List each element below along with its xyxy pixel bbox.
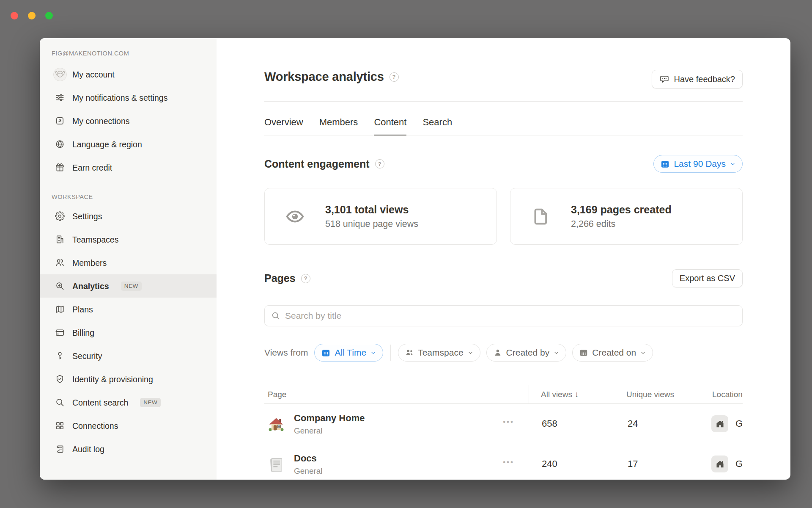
settings-window: FIG@MAKENOTION.COM My account My n [40, 38, 790, 480]
magnifier-plus-icon [55, 281, 65, 291]
grid-icon [55, 421, 65, 431]
sidebar-item-my-account[interactable]: My account [40, 63, 217, 86]
date-range-label: Last 90 Days [674, 159, 726, 169]
row-menu-button[interactable]: ••• [503, 460, 514, 464]
home-icon [715, 419, 725, 429]
key-icon [55, 351, 65, 361]
table-row[interactable]: Docs General ••• 240 17 [264, 444, 743, 480]
date-range-filter[interactable]: Last 90 Days [653, 155, 743, 173]
sidebar-item-label: Audit log [72, 444, 104, 455]
views-from-filter[interactable]: All Time [314, 344, 383, 362]
sidebar-item-teamspaces[interactable]: Teamspaces [40, 228, 217, 251]
sidebar-item-label: Earn credit [72, 162, 112, 173]
sidebar-item-content-search[interactable]: Content search NEW [40, 391, 217, 414]
tab-content[interactable]: Content [374, 117, 406, 135]
sort-desc-icon: ↓ [575, 390, 579, 399]
help-icon[interactable]: ? [301, 274, 310, 283]
unique-views-value: 518 unique page views [325, 219, 418, 229]
created-by-filter[interactable]: Created by [486, 344, 567, 362]
sidebar-item-my-connections[interactable]: My connections [40, 109, 217, 133]
location-value: G [735, 458, 743, 469]
sidebar-item-label: Security [72, 351, 102, 362]
building-icon [55, 235, 65, 244]
sidebar-item-members[interactable]: Members [40, 251, 217, 274]
new-badge: NEW [140, 398, 161, 407]
credit-card-icon [55, 328, 65, 337]
created-on-filter[interactable]: Created on [572, 344, 653, 362]
help-icon[interactable]: ? [375, 159, 384, 168]
calendar-icon [321, 348, 331, 358]
speech-bubble-icon [659, 74, 669, 84]
person-filled-icon [493, 348, 502, 357]
table-header-row: Page All views↓ Unique views Location [264, 385, 743, 404]
search-input[interactable] [285, 311, 736, 321]
people-icon [55, 258, 65, 268]
created-on-filter-label: Created on [592, 348, 636, 358]
pages-created-card: 3,169 pages created 2,266 edits [510, 188, 743, 245]
shield-check-icon [55, 374, 65, 384]
sidebar-item-settings[interactable]: Settings [40, 204, 217, 228]
tab-search[interactable]: Search [422, 117, 452, 135]
views-from-label: Views from [264, 348, 308, 358]
sidebar-item-earn-credit[interactable]: Earn credit [40, 156, 217, 179]
have-feedback-label: Have feedback? [674, 75, 735, 84]
home-icon [715, 459, 725, 469]
sidebar-item-label: Content search [72, 397, 128, 408]
total-views-value: 3,101 total views [325, 204, 418, 216]
gear-icon [55, 211, 65, 221]
teamspace-filter[interactable]: Teamspace [398, 344, 480, 362]
sidebar-item-notifications-settings[interactable]: My notifications & settings [40, 86, 217, 109]
page-row-title: Docs [294, 453, 323, 464]
sidebar-item-connections[interactable]: Connections [40, 414, 217, 437]
workspace-section-label: WORKSPACE [40, 179, 217, 204]
chevron-down-icon [730, 161, 736, 167]
search-icon [271, 311, 280, 320]
tab-members[interactable]: Members [319, 117, 358, 135]
table-row[interactable]: Company Home General ••• 658 24 [264, 404, 743, 444]
help-icon[interactable]: ? [390, 72, 399, 82]
house-emoji [268, 416, 285, 433]
sidebar-item-security[interactable]: Security [40, 344, 217, 367]
sidebar-item-label: Plans [72, 304, 93, 315]
column-header-page: Page [264, 390, 529, 399]
location-badge [711, 415, 728, 432]
minimize-button[interactable] [28, 12, 36, 19]
zoom-button[interactable] [45, 12, 53, 19]
globe-icon [55, 139, 65, 149]
dog-avatar-icon [54, 68, 66, 81]
close-button[interactable] [11, 12, 18, 19]
sidebar-item-billing[interactable]: Billing [40, 321, 217, 344]
row-menu-button[interactable]: ••• [503, 420, 514, 424]
export-csv-button[interactable]: Export as CSV [672, 269, 743, 287]
sidebar-item-label: My connections [72, 116, 129, 127]
analytics-tabs: Overview Members Content Search [264, 117, 743, 135]
sidebar-item-label: Analytics [72, 281, 109, 292]
people-filled-icon [405, 348, 414, 357]
tab-overview[interactable]: Overview [264, 117, 303, 135]
edits-value: 2,266 edits [571, 219, 672, 229]
sidebar-item-plans[interactable]: Plans [40, 298, 217, 321]
sidebar-item-audit-log[interactable]: Audit log [40, 437, 217, 461]
new-badge: NEW [121, 282, 142, 291]
all-views-value: 240 [542, 458, 557, 469]
views-from-value: All Time [335, 348, 366, 358]
page-title: Workspace analytics [264, 70, 384, 84]
sidebar-item-label: Identity & provisioning [72, 374, 153, 385]
analytics-content-pane: Workspace analytics ? Have feedback? Ove… [217, 38, 790, 480]
scroll-icon [55, 444, 65, 454]
column-header-all-views[interactable]: All views↓ [541, 390, 579, 399]
chevron-down-icon [370, 350, 376, 356]
pages-created-value: 3,169 pages created [571, 204, 672, 216]
location-value: G [735, 418, 743, 429]
have-feedback-button[interactable]: Have feedback? [652, 70, 743, 88]
calendar-icon [660, 159, 670, 169]
sidebar-item-identity-provisioning[interactable]: Identity & provisioning [40, 367, 217, 391]
pages-table: Page All views↓ Unique views Location [264, 385, 743, 480]
unique-views-value: 17 [628, 458, 638, 469]
sidebar-item-analytics[interactable]: Analytics NEW [40, 274, 217, 298]
gift-icon [55, 163, 65, 172]
sidebar-item-label: Members [72, 257, 107, 268]
teamspace-filter-label: Teamspace [418, 348, 463, 358]
arrow-out-icon [55, 116, 65, 126]
sidebar-item-language-region[interactable]: Language & region [40, 133, 217, 156]
